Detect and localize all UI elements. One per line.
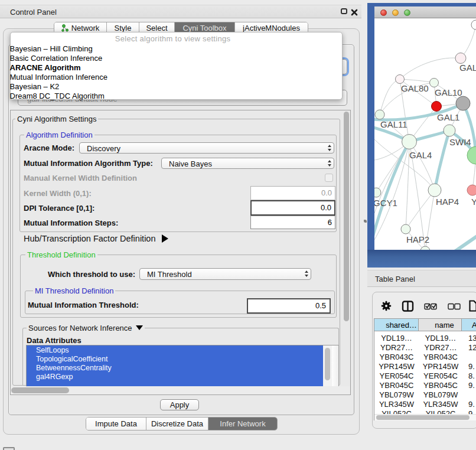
svg-text:GCY1: GCY1 <box>374 198 397 208</box>
svg-text:GAL1: GAL1 <box>437 112 459 122</box>
svg-text:GAL7: GAL7 <box>459 63 476 73</box>
svg-text:GAL10: GAL10 <box>435 87 462 97</box>
svg-text:HAP2: HAP2 <box>406 234 429 244</box>
svg-text:GAL11: GAL11 <box>380 119 407 129</box>
svg-text:SWI4: SWI4 <box>449 137 471 147</box>
svg-text:Y: Y <box>471 197 476 207</box>
svg-text:GAL80: GAL80 <box>401 83 429 93</box>
svg-text:GAL4: GAL4 <box>409 150 432 160</box>
svg-text:HAP4: HAP4 <box>436 197 459 207</box>
